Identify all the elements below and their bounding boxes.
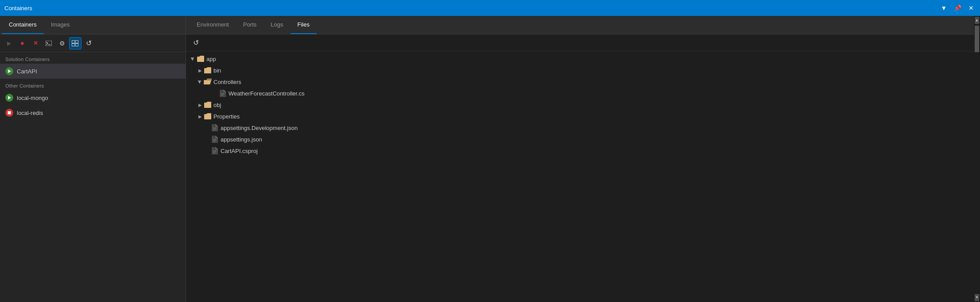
folder-icon-obj <box>204 101 212 108</box>
left-panel: Containers Images ▶ ■ ✕ ⚙ <box>0 16 186 302</box>
tab-images[interactable]: Images <box>44 15 77 34</box>
right-tab-bar: Environment Ports Logs Files <box>186 16 980 34</box>
container-item-cartapi[interactable]: CartAPI <box>0 64 186 79</box>
scrollbar-area <box>975 24 979 294</box>
tab-containers[interactable]: Containers <box>2 15 44 34</box>
scrollbar-down-btn[interactable]: ▼ <box>975 294 979 301</box>
dropdown-btn[interactable]: ▼ <box>939 4 949 12</box>
file-icon-cartapi-csproj <box>211 147 219 154</box>
tree-label-appsettings-dev: appsettings.Development.json <box>221 125 298 131</box>
title-bar-controls: ▼ 📌 ✕ <box>939 4 976 12</box>
tree-arrow-controllers[interactable]: ▶ <box>197 79 204 86</box>
svg-rect-4 <box>72 43 75 46</box>
left-toolbar: ▶ ■ ✕ ⚙ ↺ <box>0 34 186 52</box>
svg-rect-8 <box>8 111 11 115</box>
main-layout: Containers Images ▶ ■ ✕ ⚙ <box>0 16 980 302</box>
svg-rect-10 <box>204 69 211 73</box>
tree-label-cartapi-csproj: CartAPI.csproj <box>221 148 258 154</box>
svg-rect-5 <box>76 43 78 46</box>
tree-label-obj: obj <box>213 102 221 108</box>
status-icon-redis <box>5 109 13 117</box>
remove-button[interactable]: ✕ <box>29 37 42 50</box>
file-icon-appsettings <box>211 136 219 143</box>
container-name-local-mongo: local-mongo <box>17 95 48 101</box>
tree-label-controllers: Controllers <box>213 79 241 85</box>
refresh-right-button[interactable]: ↺ <box>190 37 202 49</box>
tab-ports[interactable]: Ports <box>236 15 263 34</box>
folder-icon-properties <box>204 113 212 120</box>
tree-arrow-obj[interactable]: ▶ <box>197 101 204 108</box>
title-bar: Containers ▼ 📌 ✕ <box>0 0 980 16</box>
tree-item-appsettings-dev[interactable]: ▶ appsettings.Development.json <box>186 122 980 134</box>
svg-rect-2 <box>72 40 75 43</box>
terminal-button[interactable] <box>43 37 55 50</box>
container-item-local-redis[interactable]: local-redis <box>0 105 186 120</box>
tree-item-obj[interactable]: ▶ obj <box>186 99 980 111</box>
tree-item-weatherforecast[interactable]: ▶ WeatherForecastController.cs <box>186 88 980 99</box>
status-icon-mongo <box>5 94 13 102</box>
folder-open-icon-controllers <box>204 78 212 85</box>
tree-item-controllers[interactable]: ▶ Controllers <box>186 76 980 88</box>
tab-files[interactable]: Files <box>291 15 317 34</box>
tree-arrow-app[interactable]: ▶ <box>190 56 197 63</box>
tab-environment[interactable]: Environment <box>190 15 236 34</box>
scrollbar-track[interactable]: ▲ ▼ <box>974 16 980 302</box>
tree-arrow-bin[interactable]: ▶ <box>197 67 204 74</box>
left-tab-bar: Containers Images <box>0 16 186 34</box>
other-containers-header: Other Containers <box>0 79 186 90</box>
tree-item-app[interactable]: ▶ app <box>186 53 980 65</box>
svg-rect-15 <box>204 115 211 119</box>
svg-rect-3 <box>76 40 78 43</box>
status-icon-running <box>5 67 13 75</box>
browse-button[interactable] <box>69 37 81 50</box>
tree-label-properties: Properties <box>213 113 240 120</box>
svg-rect-9 <box>197 57 204 62</box>
scrollbar-up-btn[interactable]: ▲ <box>975 17 979 24</box>
container-name-local-redis: local-redis <box>17 110 43 116</box>
tree-arrow-properties[interactable]: ▶ <box>197 113 204 120</box>
tree-label-app: app <box>206 56 216 62</box>
stop-button[interactable]: ■ <box>16 37 28 50</box>
tree-label-appsettings: appsettings.json <box>221 136 262 143</box>
tree-item-appsettings[interactable]: ▶ appsettings.json <box>186 134 980 145</box>
file-icon-weatherforecast <box>219 90 227 97</box>
folder-icon-bin <box>204 67 212 74</box>
tree-label-weatherforecast: WeatherForecastController.cs <box>229 90 305 97</box>
svg-rect-0 <box>46 41 52 46</box>
tab-logs[interactable]: Logs <box>263 15 290 34</box>
svg-rect-14 <box>204 103 211 108</box>
folder-icon-app <box>197 55 205 62</box>
tree-item-cartapi-csproj[interactable]: ▶ CartAPI.csproj <box>186 145 980 157</box>
file-icon-appsettings-dev <box>211 124 219 131</box>
right-panel: Environment Ports Logs Files ↺ ▶ <box>186 16 980 302</box>
window-title: Containers <box>4 5 32 11</box>
container-item-local-mongo[interactable]: local-mongo <box>0 90 186 105</box>
tree-item-bin[interactable]: ▶ bin <box>186 65 980 76</box>
right-toolbar: ↺ <box>186 34 980 51</box>
solution-containers-header: Solution Containers <box>0 52 186 64</box>
scrollbar-thumb[interactable] <box>975 26 979 52</box>
svg-marker-6 <box>8 69 11 73</box>
tree-item-properties[interactable]: ▶ Properties <box>186 111 980 122</box>
close-btn[interactable]: ✕ <box>967 4 976 12</box>
settings-button[interactable]: ⚙ <box>56 37 68 50</box>
tree-label-bin: bin <box>213 67 221 74</box>
container-name-cartapi: CartAPI <box>17 68 37 75</box>
file-tree: ▶ app ▶ bin <box>186 51 980 302</box>
pin-btn[interactable]: 📌 <box>952 4 963 12</box>
start-button[interactable]: ▶ <box>3 37 15 50</box>
refresh-left-button[interactable]: ↺ <box>82 37 95 50</box>
svg-marker-7 <box>8 96 11 99</box>
